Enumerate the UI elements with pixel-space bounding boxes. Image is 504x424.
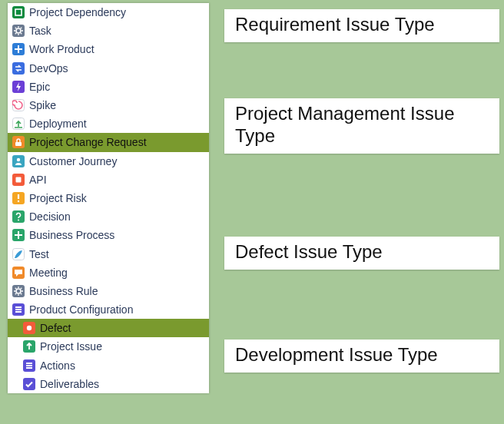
svg-point-12	[17, 157, 20, 161]
epic-icon	[12, 81, 25, 93]
sidebar-item-task[interactable]: Task	[8, 22, 209, 40]
callout-text: Requirement Issue Type	[235, 14, 435, 35]
sidebar-item-business-process[interactable]: Business Process	[8, 226, 209, 244]
pd-icon	[12, 6, 25, 18]
sidebar-item-label: Deliverables	[40, 378, 99, 390]
svg-rect-10	[15, 142, 22, 146]
sidebar-item-label: Project Issue	[40, 340, 102, 353]
callout-defect: Defect Issue Type	[224, 237, 499, 270]
sidebar-item-label: Product Configuration	[29, 303, 133, 316]
svg-rect-14	[16, 177, 22, 182]
work-product-icon	[12, 43, 25, 55]
sidebar-item-label: Decision	[29, 210, 71, 223]
journey-icon	[12, 155, 25, 167]
screenshot-canvas: Project DependencyTaskWork ProductDevOps…	[0, 0, 504, 424]
sidebar-item-actions[interactable]: Actions	[8, 356, 209, 375]
sidebar-item-label: Meeting	[29, 267, 68, 279]
sidebar-item-label: Test	[29, 248, 49, 260]
sidebar-item-label: Project Change Request	[29, 136, 147, 148]
decision-icon	[12, 210, 25, 223]
rule-icon	[12, 285, 25, 297]
bp-icon	[12, 229, 25, 241]
sidebar-item-label: Business Rule	[29, 285, 98, 297]
sidebar-item-label: Project Risk	[29, 192, 87, 204]
svg-rect-5	[12, 62, 25, 75]
svg-rect-29	[23, 378, 35, 390]
sidebar-item-project-change-request[interactable]: Project Change Request	[8, 133, 209, 151]
callout-project-management: Project Management Issue Type	[224, 98, 499, 154]
sidebar-item-label: Actions	[40, 359, 75, 372]
callout-requirement: Requirement Issue Type	[224, 9, 499, 42]
sidebar-item-meeting[interactable]: Meeting	[8, 263, 209, 282]
svg-rect-17	[12, 210, 25, 223]
api-icon	[12, 174, 25, 186]
sidebar-item-test[interactable]: Test	[8, 244, 209, 263]
meeting-icon	[12, 267, 25, 279]
deployment-icon	[12, 118, 25, 130]
sidebar-item-label: Business Process	[29, 229, 114, 241]
sidebar-item-label: Defect	[40, 322, 71, 334]
svg-point-16	[18, 200, 19, 202]
sidebar-item-devops[interactable]: DevOps	[8, 59, 209, 78]
sidebar-item-project-risk[interactable]: Project Risk	[8, 189, 209, 207]
sidebar-item-project-issue[interactable]: Project Issue	[8, 337, 209, 356]
sidebar-item-deployment[interactable]: Deployment	[8, 114, 209, 133]
sidebar-item-label: DevOps	[29, 62, 68, 75]
svg-rect-0	[12, 6, 25, 18]
sidebar-item-label: Deployment	[29, 118, 87, 130]
sidebar-item-project-dependency[interactable]: Project Dependency	[8, 3, 209, 22]
sidebar-item-label: Project Dependency	[29, 6, 126, 18]
callout-development: Development Issue Type	[224, 340, 499, 373]
callout-text: Defect Issue Type	[235, 241, 383, 262]
sidebar-item-decision[interactable]: Decision	[8, 207, 209, 226]
sidebar-item-business-rule[interactable]: Business Rule	[8, 282, 209, 300]
sidebar-item-work-product[interactable]: Work Product	[8, 40, 209, 58]
sidebar-item-label: Work Product	[29, 43, 94, 55]
callout-text: Project Management Issue Type	[235, 103, 454, 146]
task-icon	[12, 25, 25, 37]
pcr-icon	[12, 136, 25, 148]
risk-icon	[12, 192, 25, 204]
sidebar-item-label: Spike	[29, 99, 56, 111]
defect-icon	[23, 322, 35, 334]
config-icon	[12, 303, 25, 316]
callout-text: Development Issue Type	[235, 344, 438, 365]
sidebar-item-defect[interactable]: Defect	[8, 319, 209, 337]
deliverables-icon	[23, 378, 35, 390]
sidebar-item-label: Task	[29, 25, 51, 37]
sidebar-item-label: API	[29, 174, 47, 186]
sidebar-item-customer-journey[interactable]: Customer Journey	[8, 152, 209, 171]
sidebar-item-label: Customer Journey	[29, 155, 117, 167]
issue-icon	[23, 340, 35, 353]
sidebar-item-label: Epic	[29, 81, 50, 93]
sidebar-item-product-configuration[interactable]: Product Configuration	[8, 300, 209, 319]
devops-icon	[12, 62, 25, 75]
sidebar-item-epic[interactable]: Epic	[8, 78, 209, 96]
issue-type-sidebar: Project DependencyTaskWork ProductDevOps…	[8, 3, 209, 393]
sidebar-item-spike[interactable]: Spike	[8, 96, 209, 114]
spike-icon	[12, 99, 25, 111]
svg-point-26	[27, 326, 32, 330]
actions-icon	[23, 359, 35, 372]
test-icon	[12, 248, 25, 260]
sidebar-item-api[interactable]: API	[8, 171, 209, 189]
svg-point-18	[18, 220, 19, 221]
sidebar-item-deliverables[interactable]: Deliverables	[8, 375, 209, 393]
